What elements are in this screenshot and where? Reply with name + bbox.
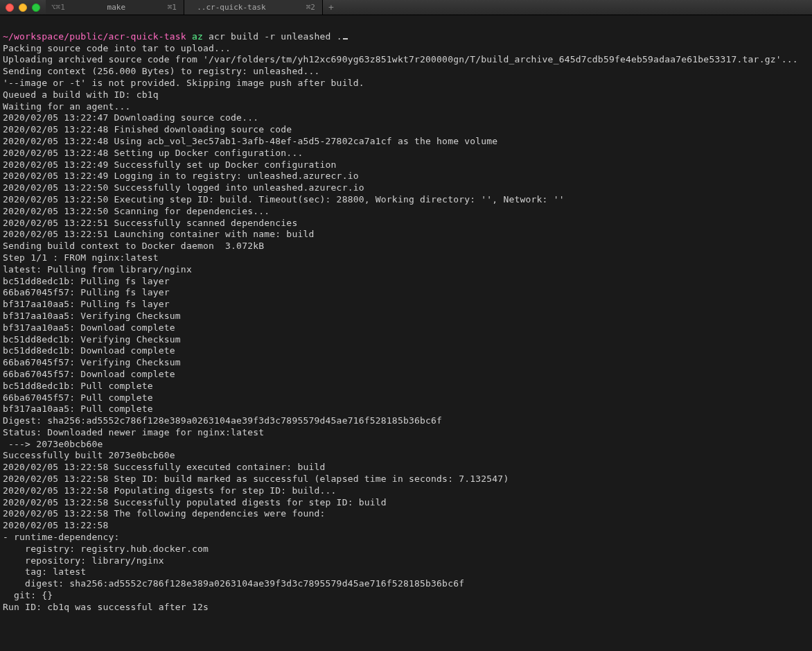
tab-strip: ⌥⌘1 make ⌘1 ..cr-quick-task ⌘2 + xyxy=(46,0,812,15)
terminal-line: 66ba67045f57: Pull complete xyxy=(3,392,809,404)
prompt-command: az xyxy=(192,31,203,42)
terminal-line: bf317aa10aa5: Verifying Checksum xyxy=(3,311,809,322)
terminal-line: 2020/02/05 13:22:50 Executing step ID: b… xyxy=(3,194,809,206)
terminal-line: 66ba67045f57: Pulling fs layer xyxy=(3,287,809,299)
terminal-line: bc51dd8edc1b: Download complete xyxy=(3,345,809,357)
plus-icon: + xyxy=(328,2,334,12)
terminal-line: registry: registry.hub.docker.com xyxy=(3,544,809,555)
tab-shortcut: ⌘2 xyxy=(306,3,322,12)
tab-cr-quick-task[interactable]: ..cr-quick-task ⌘2 xyxy=(184,0,323,15)
window-controls xyxy=(0,3,46,12)
terminal-line: Run ID: cb1q was successful after 12s xyxy=(3,602,809,614)
terminal-line: 2020/02/05 13:22:48 Finished downloading… xyxy=(3,124,809,136)
terminal-line: Sending context (256.000 Bytes) to regis… xyxy=(3,66,809,78)
terminal-line: 2020/02/05 13:22:58 Successfully execute… xyxy=(3,462,809,474)
minimize-icon[interactable] xyxy=(19,3,27,12)
terminal-line: Uploading archived source code from '/va… xyxy=(3,54,809,66)
terminal-line: repository: library/nginx xyxy=(3,555,809,567)
terminal-line: '--image or -t' is not provided. Skippin… xyxy=(3,78,809,89)
terminal-line: 66ba67045f57: Download complete xyxy=(3,369,809,381)
terminal-line: 2020/02/05 13:22:50 Successfully logged … xyxy=(3,182,809,194)
terminal-line: 2020/02/05 13:22:47 Downloading source c… xyxy=(3,112,809,124)
terminal-line: 66ba67045f57: Verifying Checksum xyxy=(3,357,809,369)
terminal-line: bc51dd8edc1b: Verifying Checksum xyxy=(3,334,809,346)
terminal-line: 2020/02/05 13:22:51 Launching container … xyxy=(3,229,809,241)
terminal-line: Successfully built 2073e0bcb60e xyxy=(3,450,809,462)
terminal-line: bc51dd8edc1b: Pull complete xyxy=(3,381,809,392)
prompt-args: acr build -r unleashed . xyxy=(209,31,342,42)
terminal-line: tag: latest xyxy=(3,566,809,578)
terminal-line: Packing source code into tar to upload..… xyxy=(3,43,809,55)
terminal-line: 2020/02/05 13:22:48 Using acb_vol_3ec57a… xyxy=(3,136,809,148)
tab-label: make xyxy=(93,3,140,12)
terminal-line: digest: sha256:ad5552c786f128e389a026310… xyxy=(3,578,809,590)
terminal-line: Step 1/1 : FROM nginx:latest xyxy=(3,252,809,264)
close-icon[interactable] xyxy=(6,3,14,12)
terminal-line: bc51dd8edc1b: Pulling fs layer xyxy=(3,276,809,288)
terminal-line: ---> 2073e0bcb60e xyxy=(3,439,809,451)
terminal-line: 2020/02/05 13:22:58 The following depend… xyxy=(3,508,809,520)
terminal-line: latest: Pulling from library/nginx xyxy=(3,264,809,276)
terminal-line: 2020/02/05 13:22:58 Step ID: build marke… xyxy=(3,474,809,485)
terminal-line: 2020/02/05 13:22:48 Setting up Docker co… xyxy=(3,148,809,159)
prompt-path: ~/workspace/public/acr-quick-task xyxy=(3,31,186,42)
terminal-line: 2020/02/05 13:22:58 xyxy=(3,520,809,532)
terminal-line: Status: Downloaded newer image for nginx… xyxy=(3,427,809,439)
terminal-line: 2020/02/05 13:22:49 Successfully set up … xyxy=(3,159,809,171)
terminal-line: 2020/02/05 13:22:49 Logging in to regist… xyxy=(3,171,809,182)
terminal-output: Packing source code into tar to upload..… xyxy=(3,43,809,614)
terminal-viewport[interactable]: ~/workspace/public/acr-quick-task az acr… xyxy=(0,15,812,629)
terminal-line: git: {} xyxy=(3,590,809,602)
terminal-line: Digest: sha256:ad5552c786f128e389a026310… xyxy=(3,415,809,427)
terminal-line: bf317aa10aa5: Pulling fs layer xyxy=(3,299,809,311)
terminal-line: bf317aa10aa5: Download complete xyxy=(3,322,809,334)
terminal-line: 2020/02/05 13:22:58 Successfully populat… xyxy=(3,497,809,509)
tab-label: ..cr-quick-task xyxy=(184,3,279,12)
tab-prefix-hint: ⌥⌘1 xyxy=(46,3,65,12)
terminal-line: Waiting for an agent... xyxy=(3,101,809,113)
terminal-line: Queued a build with ID: cb1q xyxy=(3,89,809,101)
terminal-line: - runtime-dependency: xyxy=(3,532,809,544)
terminal-line: 2020/02/05 13:22:50 Scanning for depende… xyxy=(3,206,809,218)
maximize-icon[interactable] xyxy=(32,3,40,12)
terminal-line: 2020/02/05 13:22:58 Populating digests f… xyxy=(3,485,809,497)
tab-shortcut: ⌘1 xyxy=(168,3,184,12)
add-tab-button[interactable]: + xyxy=(323,0,339,15)
tab-make[interactable]: ⌥⌘1 make ⌘1 xyxy=(46,0,184,15)
titlebar: ⌥⌘1 make ⌘1 ..cr-quick-task ⌘2 + xyxy=(0,0,812,15)
terminal-line: bf317aa10aa5: Pull complete xyxy=(3,403,809,415)
terminal-line: Sending build context to Docker daemon 3… xyxy=(3,241,809,252)
cursor-icon xyxy=(343,38,348,40)
terminal-line: 2020/02/05 13:22:51 Successfully scanned… xyxy=(3,218,809,229)
